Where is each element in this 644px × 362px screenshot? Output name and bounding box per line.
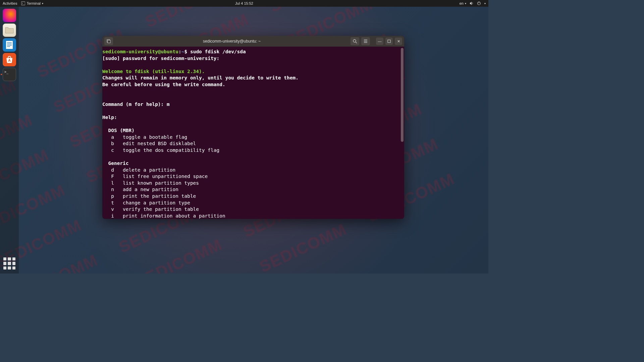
show-applications[interactable] (3, 257, 15, 269)
search-button[interactable] (351, 37, 359, 45)
terminal-window: sedicomm-university@ubuntu: ~ — ✕ sedico… (102, 36, 404, 219)
svg-text:A: A (8, 58, 11, 62)
help-line: F list free unpartitioned space (102, 174, 208, 179)
help-line: i print information about a partition (102, 213, 225, 219)
svg-rect-16 (388, 40, 390, 43)
menu-button[interactable] (361, 37, 370, 45)
minimize-button[interactable]: — (376, 38, 383, 45)
folder-icon (5, 26, 14, 34)
section-generic: Generic (102, 161, 129, 166)
top-bar: Activities Terminal ▾ Jul 4 15:52 en ▾ ▾ (0, 0, 488, 7)
sudo-line: [sudo] password for sedicomm-university: (102, 56, 219, 61)
terminal-body[interactable]: sedicomm-university@ubuntu:~$ sudo fdisk… (102, 47, 404, 219)
document-icon (5, 40, 13, 50)
svg-rect-0 (21, 2, 25, 5)
chevron-down-icon: ▾ (42, 2, 43, 5)
prompt-user: sedicomm-university@ubuntu (102, 49, 178, 54)
command-text: sudo fdisk /dev/sda (190, 49, 246, 54)
lang-label: en (460, 1, 464, 5)
input-source[interactable]: en ▾ (460, 1, 466, 5)
app-menu[interactable]: Terminal ▾ (21, 1, 43, 5)
new-tab-button[interactable] (104, 37, 113, 45)
maximize-button[interactable] (385, 38, 393, 45)
app-menu-label: Terminal (26, 1, 41, 5)
titlebar[interactable]: sedicomm-university@ubuntu: ~ — ✕ (102, 36, 404, 47)
dock-software[interactable]: A (3, 53, 16, 66)
maximize-icon (387, 40, 391, 43)
svg-rect-10 (108, 40, 110, 43)
help-line: v verify the partition table (102, 206, 199, 212)
activities-button[interactable]: Activities (3, 1, 17, 5)
close-button[interactable]: ✕ (395, 38, 402, 45)
help-line: c toggle the dos compatibility flag (102, 147, 219, 153)
help-line: t change a partition type (102, 200, 190, 205)
help-line: a toggle a bootable flag (102, 134, 187, 140)
help-header: Help: (102, 115, 117, 120)
help-line: p print the partition table (102, 193, 196, 199)
dock-writer[interactable] (3, 38, 16, 52)
terminal-app-icon (21, 1, 25, 5)
shopping-bag-icon: A (5, 56, 14, 64)
welcome-line: Welcome to fdisk (util-linux 2.34). (102, 69, 205, 74)
dock-firefox[interactable] (3, 9, 16, 22)
clock[interactable]: Jul 4 15:52 (235, 1, 253, 5)
prompt-sep: : (178, 49, 181, 54)
help-line: l list known partition types (102, 180, 199, 186)
dock-files[interactable] (3, 23, 16, 37)
chevron-down-icon[interactable]: ▾ (484, 2, 486, 5)
svg-line-12 (356, 42, 357, 43)
help-line: n add a new partition (102, 187, 178, 192)
warn-1: Changes will remain in memory only, unti… (102, 75, 299, 80)
power-icon[interactable] (477, 1, 481, 5)
hamburger-icon (363, 39, 368, 44)
help-line: b edit nested BSD disklabel (102, 141, 196, 146)
chevron-down-icon: ▾ (465, 2, 466, 5)
scrollbar[interactable] (401, 48, 404, 142)
terminal-output: sedicomm-university@ubuntu:~$ sudo fdisk… (102, 49, 404, 219)
prompt-dollar: $ (184, 49, 190, 54)
new-tab-icon (106, 39, 111, 44)
dock-terminal[interactable]: >_ (3, 68, 16, 81)
command-prompt: Command (m for help): m (102, 102, 170, 107)
section-dos: DOS (MBR) (102, 128, 135, 133)
help-line: d delete a partition (102, 167, 175, 173)
warn-2: Be careful before using the write comman… (102, 82, 225, 87)
svg-rect-3 (6, 41, 13, 49)
dock: A >_ (0, 7, 19, 274)
svg-point-11 (353, 40, 356, 42)
volume-icon[interactable] (470, 1, 474, 5)
search-icon (353, 39, 357, 44)
window-title: sedicomm-university@ubuntu: ~ (115, 39, 348, 44)
